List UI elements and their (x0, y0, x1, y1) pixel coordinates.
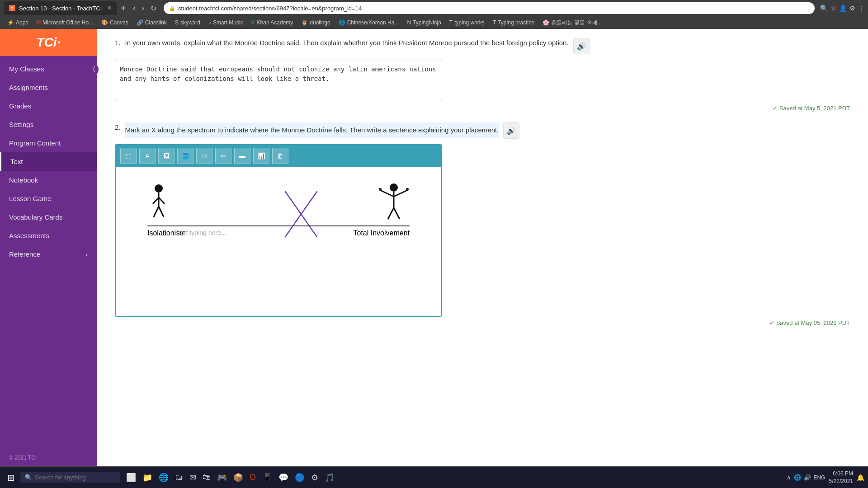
taskbar-discord-button[interactable]: 💬 (276, 471, 291, 484)
question-1-number: 1. (115, 38, 121, 48)
sidebar-item-grades[interactable]: Grades (0, 97, 97, 115)
reload-button[interactable]: ↻ (149, 3, 158, 14)
app-container: TCi· 《 My Classes Assignments Grades Set… (0, 29, 868, 466)
bookmark-duolingo[interactable]: 🦉 duolingo (297, 19, 334, 27)
taskbar-edge-button[interactable]: 🌐 (156, 471, 171, 484)
sidebar-item-notebook[interactable]: Notebook (0, 171, 97, 189)
taskbar-dropbox-button[interactable]: 📦 (231, 471, 246, 484)
question-2-audio-button[interactable]: 🔊 (503, 122, 519, 139)
bookmark-khan[interactable]: K Khan Academy (248, 19, 297, 27)
taskbar-search-input[interactable] (35, 474, 107, 481)
spectrum-line (147, 225, 410, 226)
bookmark-chinese[interactable]: 🌐 Chinese/Korean Ha... (335, 19, 403, 27)
tab-close-button[interactable]: × (107, 4, 111, 12)
spectrum-toolbar: ⬚ A 🖼 🪣 ⬭ (116, 145, 441, 167)
toolbar-delete-button[interactable]: 🗑 (272, 148, 288, 164)
sidebar-item-text[interactable]: Text (0, 152, 97, 171)
taskbar-whatsapp-button[interactable]: 📱 (259, 471, 275, 484)
shape-icon: ⬭ (202, 152, 207, 160)
menu-button[interactable]: ⋮ (858, 5, 864, 12)
bookmark-apps[interactable]: ⚡ Apps (4, 19, 32, 27)
back-button[interactable]: ‹ (131, 3, 137, 13)
toolbar-text-button[interactable]: A (139, 148, 156, 164)
bookmark-microsoft[interactable]: M Microsoft Office Ho... (33, 19, 97, 27)
sidebar-item-assessments[interactable]: Assessments (0, 226, 97, 245)
bookmark-typingworks[interactable]: T typing.works (446, 19, 488, 27)
extensions-button[interactable]: ⚙ (849, 5, 855, 12)
toolbar-pen-button[interactable]: ✏ (215, 148, 231, 164)
bookmark-korean[interactable]: 🌸 흔들리는 꽃들 속에... (539, 18, 606, 28)
sidebar-item-lesson-game[interactable]: Lesson Game (0, 189, 97, 208)
toolbar-fill-button[interactable]: 🪣 (177, 148, 193, 164)
sidebar-item-program-content[interactable]: Program Content (0, 134, 97, 152)
tab-title: Section 10 - Section - TeachTCI (19, 5, 102, 12)
bookmark-classlink[interactable]: 🔗 Classlink (133, 19, 170, 27)
language-badge[interactable]: ENG (814, 474, 826, 481)
bookmark-typingpractice[interactable]: T Typing practice (489, 19, 538, 27)
question-1-audio-button[interactable]: 🔊 (573, 38, 590, 54)
notification-button[interactable]: 🔔 (857, 474, 864, 481)
clock-time: 6:06 PM (829, 470, 853, 478)
taskbar-settings-button[interactable]: ⚙ (308, 471, 321, 484)
spectrum-canvas[interactable]: Start typing here... Isolationism Total … (116, 167, 441, 316)
svg-point-6 (390, 183, 398, 192)
toolbar-shape-button[interactable]: ⬭ (196, 148, 212, 164)
apps-icon: ⚡ (7, 19, 14, 26)
toolbar-select-button[interactable]: ⬚ (120, 148, 137, 164)
sidebar-item-settings[interactable]: Settings (0, 115, 97, 134)
bookmark-skyward[interactable]: S skyward (171, 19, 204, 27)
tray-arrow-icon[interactable]: ∧ (787, 474, 791, 481)
sidebar-item-assignments[interactable]: Assignments (0, 78, 97, 97)
taskbar-mail-button[interactable]: ✉ (187, 471, 199, 484)
network-icon[interactable]: 🌐 (794, 474, 801, 481)
toolbar-highlight-button[interactable]: ▬ (234, 148, 250, 164)
sidebar-logo: TCi· (0, 29, 97, 56)
search-button[interactable]: 🔍 (820, 5, 828, 12)
taskbar-store-button[interactable]: 🛍 (200, 471, 213, 484)
forward-button[interactable]: › (140, 3, 146, 13)
bookmark-button[interactable]: ☆ (830, 5, 836, 12)
sidebar-copyright: © 2021 TCI (0, 449, 97, 466)
taskbar-chrome-button[interactable]: 🔵 (292, 471, 307, 484)
taskbar-right-area: ∧ 🌐 🔊 ENG 6:06 PM 5/22/2021 🔔 (787, 470, 864, 485)
question-2-saved-text: Saved at May 05, 2021 PDT (776, 319, 850, 326)
taskbar-spotify-button[interactable]: 🎵 (322, 471, 337, 484)
toolbar-image-button[interactable]: 🖼 (158, 148, 175, 164)
question-1-answer-textarea[interactable]: Monroe Doctrine said that europeans shou… (115, 60, 442, 100)
taskbar-multitasking-button[interactable]: ⬜ (123, 471, 139, 484)
bookmark-smartmusic[interactable]: ♪ Smart Music (205, 19, 247, 27)
taskbar-search-bar[interactable]: 🔍 (20, 472, 120, 483)
sidebar-item-reference[interactable]: Reference › (0, 245, 97, 263)
program-content-label: Program Content (9, 139, 61, 147)
content-area: 1. In your own words, explain what the M… (97, 29, 868, 466)
profile-button[interactable]: 👤 (839, 5, 847, 12)
start-button[interactable]: ⊞ (4, 470, 19, 485)
grades-label: Grades (9, 102, 31, 110)
taskbar-folder-button[interactable]: 🗂 (172, 471, 186, 484)
sidebar-item-vocabulary-cards[interactable]: Vocabulary Cards (0, 208, 97, 226)
toolbar-bar-chart-button[interactable]: 📊 (253, 148, 269, 164)
typingpractice-icon: T (493, 19, 496, 26)
typing-placeholder-text: Start typing here... (175, 229, 226, 236)
new-tab-button[interactable]: + (121, 3, 126, 14)
classlink-icon: 🔗 (137, 19, 143, 26)
sidebar-toggle-button[interactable]: 《 (86, 63, 99, 76)
bar-chart-icon: 📊 (258, 152, 265, 160)
text-label: Text (10, 158, 23, 165)
bookmark-typingninja[interactable]: N TypingNinja (403, 19, 444, 27)
bookmark-canvas[interactable]: 🎨 Canvas (98, 19, 132, 27)
taskbar-office-button[interactable]: O (247, 471, 259, 484)
svg-point-10 (379, 188, 382, 191)
address-bar[interactable]: 🔒 student.teachtci.com/shared/sections/6… (164, 2, 815, 14)
volume-icon[interactable]: 🔊 (804, 474, 811, 481)
question-2-text: Mark an X along the spectrum to indicate… (125, 122, 499, 138)
browser-tab[interactable]: T Section 10 - Section - TeachTCI × (4, 1, 117, 15)
taskbar-games-button[interactable]: 🎮 (214, 471, 230, 484)
speaker-2-icon: 🔊 (507, 127, 516, 135)
my-classes-label: My Classes (9, 65, 44, 73)
question-1-text: In your own words, explain what the Monr… (125, 38, 569, 48)
sidebar-item-my-classes[interactable]: My Classes (0, 60, 97, 78)
main-content: 1. In your own words, explain what the M… (97, 29, 868, 466)
highlight-icon: ▬ (239, 152, 245, 160)
taskbar-file-explorer-button[interactable]: 📁 (140, 471, 155, 484)
